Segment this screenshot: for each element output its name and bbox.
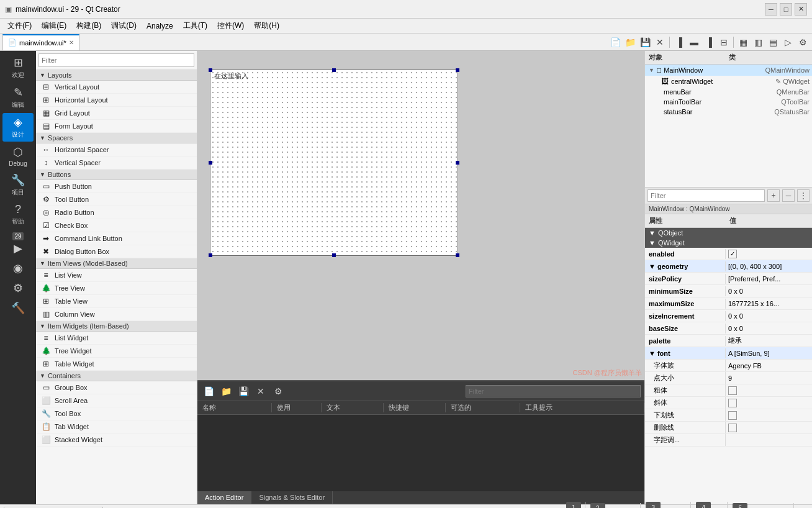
handle-tm[interactable] [332, 68, 336, 72]
sidebar-item-项目[interactable]: 🔧项目 [2, 171, 34, 199]
toolbar-grid2-btn[interactable]: ▥ [751, 35, 765, 49]
tree-item-MainWindow[interactable]: ▼ □ MainWindow QMainWindow [645, 65, 812, 76]
form-widget[interactable]: 在这里输入 [210, 70, 458, 256]
property-remove-btn[interactable]: ─ [782, 189, 795, 202]
property-row-字体族[interactable]: 字体族 Agency FB [645, 360, 812, 372]
tree-item-menuBar[interactable]: menuBar QMenuBar [645, 87, 812, 97]
widget-item-form-layout[interactable]: ▤Form Layout [36, 120, 197, 133]
sidebar-item-Debug[interactable]: ⬡Debug [2, 143, 34, 170]
property-group-QWidget[interactable]: ▼QWidget [645, 238, 812, 248]
property-row-maximumsize[interactable]: maximumSize 16777215 x 16... [645, 297, 812, 310]
widget-category-Item Widgets (Item-Based)[interactable]: ▼Item Widgets (Item-Based) [36, 321, 197, 332]
toolbar-align-left[interactable]: ▐ [672, 35, 686, 49]
sidebar-btn-run[interactable]: 29▶ [2, 230, 34, 258]
toolbar-save-btn[interactable]: 💾 [638, 35, 652, 49]
tab-mainwindow[interactable]: 📄 mainwindow.ui* ✕ [2, 34, 79, 50]
toolbar-grid3-btn[interactable]: ▤ [766, 35, 780, 49]
menu-item-控件(W)[interactable]: 控件(W) [212, 19, 249, 32]
widget-item-tree-view[interactable]: 🌲Tree View [36, 282, 197, 295]
widget-item-tab-widget[interactable]: 📋Tab Widget [36, 420, 197, 433]
property-row-font[interactable]: ▼ font A [SimSun, 9] [645, 347, 812, 360]
menu-item-文件(F)[interactable]: 文件(F) [2, 19, 37, 32]
bottom-tab-action-editor[interactable]: Action Editor [197, 491, 251, 504]
sidebar-item-设计[interactable]: ◈设计 [2, 113, 34, 142]
maximize-button[interactable]: □ [780, 3, 792, 16]
bottom-tab-signals-&-slots-editor[interactable]: Signals & Slots Editor [251, 491, 333, 504]
widget-item-tool-box[interactable]: 🔧Tool Box [36, 407, 197, 420]
widget-item-radio-button[interactable]: ◎Radio Button [36, 206, 197, 219]
property-checkbox[interactable] [728, 250, 737, 258]
menu-item-Analyze[interactable]: Analyze [142, 20, 178, 32]
widget-category-Item Views (Model-Based)[interactable]: ▼Item Views (Model-Based) [36, 258, 197, 269]
property-filter-input[interactable] [647, 189, 765, 202]
toolbar-preview-btn[interactable]: ▷ [781, 35, 795, 49]
minimize-button[interactable]: ─ [765, 3, 777, 16]
handle-bm[interactable] [332, 253, 336, 257]
property-row-点大小[interactable]: 点大小 9 [645, 372, 812, 384]
action-save-btn[interactable]: 💾 [236, 384, 251, 399]
status-item-debugger-console[interactable]: 5 Debugger Console [729, 503, 794, 509]
handle-mr[interactable] [456, 161, 459, 165]
toolbar-grid-btn[interactable]: ▦ [736, 35, 750, 49]
widget-item-list-view[interactable]: ≡List View [36, 269, 197, 282]
property-row-粗体[interactable]: 粗体 [645, 384, 812, 397]
property-row-字距调...[interactable]: 字距调... [645, 434, 812, 447]
widget-item-tool-button[interactable]: ⚙Tool Button [36, 193, 197, 206]
handle-br[interactable] [456, 253, 459, 257]
widget-item-horizontal-spacer[interactable]: ↔Horizontal Spacer [36, 143, 197, 156]
sidebar-btn-build-all[interactable]: 🔨 [2, 299, 34, 317]
menu-item-帮助(H)[interactable]: 帮助(H) [249, 19, 284, 32]
handle-tr[interactable] [456, 68, 459, 72]
status-item-search-results[interactable]: 2 Search Results [587, 503, 641, 509]
widget-item-list-widget[interactable]: ≡List Widget [36, 332, 197, 345]
property-row-下划线[interactable]: 下划线 [645, 409, 812, 422]
property-checkbox[interactable] [728, 386, 737, 395]
widget-category-Layouts[interactable]: ▼Layouts [36, 70, 197, 81]
action-settings-btn[interactable]: ⚙ [271, 384, 286, 399]
property-row-删除线[interactable]: 删除线 [645, 422, 812, 434]
widget-item-group-box[interactable]: ▭Group Box [36, 381, 197, 394]
tree-item-centralWidget[interactable]: 🖼 centralWidget ✎ QWidget [645, 76, 812, 87]
property-row-sizepolicy[interactable]: sizePolicy [Preferred, Pref... [645, 273, 812, 285]
handle-ml[interactable] [209, 161, 212, 165]
property-row-斜体[interactable]: 斜体 [645, 397, 812, 409]
sidebar-item-编辑[interactable]: ✎编辑 [2, 83, 34, 112]
widget-item-vertical-layout[interactable]: ⊟Vertical Layout [36, 81, 197, 94]
action-open-btn[interactable]: 📁 [219, 384, 233, 399]
handle-bl[interactable] [209, 253, 212, 257]
property-row-sizeincrement[interactable]: sizeIncrement 0 x 0 [645, 310, 812, 322]
widget-item-push-button[interactable]: ▭Push Button [36, 180, 197, 193]
toolbar-align-right[interactable]: ▐ [702, 35, 716, 49]
status-item-编译输出[interactable]: 4 编译输出 [692, 502, 728, 508]
menu-item-工具(T)[interactable]: 工具(T) [178, 19, 212, 32]
sidebar-btn-debug-run[interactable]: ◉ [2, 259, 34, 278]
widget-item-horizontal-layout[interactable]: ⊞Horizontal Layout [36, 94, 197, 107]
status-item-问题[interactable]: 1 问题 [562, 502, 585, 508]
menu-item-调试(D)[interactable]: 调试(D) [106, 19, 142, 32]
tree-item-statusBar[interactable]: statusBar QStatusBar [645, 107, 812, 117]
design-canvas[interactable]: 在这里输入 CSDN @程序员懒羊羊 [197, 51, 644, 380]
menu-item-构建(B)[interactable]: 构建(B) [71, 19, 106, 32]
widget-item-check-box[interactable]: ☑Check Box [36, 219, 197, 232]
widget-filter-input[interactable] [38, 53, 194, 67]
property-add-btn[interactable]: + [767, 189, 780, 202]
action-new-btn[interactable]: 📄 [201, 384, 216, 399]
sidebar-item-欢迎[interactable]: ⊞欢迎 [2, 53, 34, 82]
tree-item-mainToolBar[interactable]: mainToolBar QToolBar [645, 97, 812, 107]
toolbar-close-btn[interactable]: ✕ [653, 35, 667, 49]
toolbar-align-h[interactable]: ⊟ [717, 35, 731, 49]
property-group-QObject[interactable]: ▼QObject [645, 228, 812, 238]
toolbar-open-btn[interactable]: 📁 [623, 35, 637, 49]
widget-item-tree-widget[interactable]: 🌲Tree Widget [36, 345, 197, 358]
status-item-应用程序输出[interactable]: 3 应用程序输出 [642, 502, 691, 508]
property-row-enabled[interactable]: enabled [645, 248, 812, 260]
widget-item-vertical-spacer[interactable]: ↕Vertical Spacer [36, 156, 197, 170]
handle-tl[interactable] [209, 68, 212, 72]
property-checkbox[interactable] [728, 411, 737, 420]
widget-item-scroll-area[interactable]: ⬜Scroll Area [36, 394, 197, 407]
sidebar-btn-build[interactable]: ⚙ [2, 279, 34, 297]
widget-item-grid-layout[interactable]: ▦Grid Layout [36, 107, 197, 120]
widget-item-table-widget[interactable]: ⊞Table Widget [36, 358, 197, 371]
close-button[interactable]: ✕ [795, 3, 807, 16]
widget-item-column-view[interactable]: ▥Column View [36, 308, 197, 321]
